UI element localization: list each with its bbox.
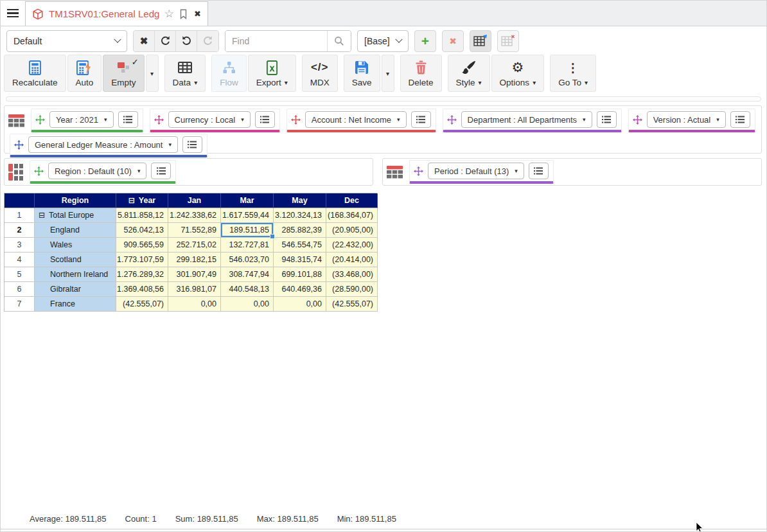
save-options-dropdown[interactable]: ▾	[382, 55, 394, 92]
remove-view-button[interactable]: ✖	[442, 30, 464, 52]
row-number[interactable]: 7	[4, 297, 35, 312]
data-menu-button[interactable]: Data▾	[164, 55, 206, 92]
ribbon-scrollbar[interactable]	[6, 96, 761, 102]
dimension-selector-account[interactable]: Account : Net Income▾	[305, 111, 407, 128]
auto-recalculate-button[interactable]: Auto	[67, 55, 102, 92]
collapse-icon[interactable]: ⊟	[39, 211, 45, 220]
dimension-selector-period[interactable]: Period : Default (13)▾	[428, 163, 524, 179]
grid-cell[interactable]: 252.715,02	[168, 238, 221, 253]
reset-view-button[interactable]: ✖	[134, 31, 155, 51]
grid-cell[interactable]: (33.468,00)	[326, 267, 378, 282]
options-button[interactable]: ⚙ Options▾	[491, 55, 545, 92]
column-header-region[interactable]: Region	[35, 193, 116, 208]
row-header-cell[interactable]: Scotland	[35, 253, 116, 267]
view-selector[interactable]: Default	[6, 30, 127, 52]
column-header-jan[interactable]: Jan	[168, 193, 221, 208]
dimension-selector-version[interactable]: Version : Actual▾	[647, 111, 726, 128]
grid-cell[interactable]: 0,00	[221, 297, 274, 312]
row-header-cell[interactable]: France	[35, 297, 116, 312]
move-icon[interactable]	[14, 140, 24, 150]
grid-mode-button[interactable]	[470, 30, 491, 52]
grid-cell[interactable]: 1.276.289,32	[116, 267, 168, 282]
subset-editor-icon[interactable]	[529, 163, 549, 179]
grid-cell[interactable]: 546.554,75	[274, 238, 326, 253]
style-button[interactable]: Style▾	[448, 55, 490, 92]
row-number[interactable]: 5	[4, 267, 35, 282]
dimension-selector-gl-measure[interactable]: General Ledger Measure : Amount▾	[28, 136, 178, 153]
grid-cell[interactable]: 1.773.107,59	[116, 253, 168, 267]
save-button[interactable]: Save	[344, 55, 380, 92]
grid-cell[interactable]: (42.555,07)	[116, 297, 168, 312]
column-header-mar[interactable]: Mar	[221, 193, 274, 208]
add-view-button[interactable]: +	[414, 30, 436, 52]
subset-editor-icon[interactable]	[151, 163, 171, 179]
refresh-button[interactable]	[155, 31, 176, 51]
grid-cell[interactable]: (22.432,00)	[326, 238, 378, 253]
mdx-button[interactable]: </> MDX	[302, 55, 338, 92]
row-header-cell[interactable]: England	[35, 223, 116, 238]
row-number[interactable]: 4	[4, 253, 35, 267]
grid-cell[interactable]: 301.907,49	[168, 267, 221, 282]
grid-cell[interactable]: 285.882,39	[274, 223, 326, 238]
grid-cell[interactable]: 71.552,89	[168, 223, 221, 238]
collapse-icon[interactable]: ⊟	[128, 196, 135, 205]
grid-cell[interactable]: 0,00	[168, 297, 221, 312]
tab-close-icon[interactable]: ✖	[194, 9, 201, 19]
redo-button[interactable]	[197, 31, 218, 51]
subset-editor-icon[interactable]	[730, 111, 750, 128]
grid-cell[interactable]: 546.023,70	[221, 253, 274, 267]
move-icon[interactable]	[447, 115, 457, 125]
grid-cell[interactable]: 640.469,36	[274, 282, 326, 297]
move-icon[interactable]	[35, 115, 45, 125]
grid-cell[interactable]: 699.101,88	[274, 267, 326, 282]
move-icon[interactable]	[633, 115, 642, 125]
flow-button[interactable]: Flow	[211, 55, 247, 92]
favorite-star-icon[interactable]: ☆	[164, 8, 174, 19]
move-icon[interactable]	[291, 115, 301, 125]
delete-button[interactable]: Delete	[400, 55, 442, 92]
row-number[interactable]: 3	[4, 238, 35, 253]
grid-cell[interactable]: (42.555,07)	[326, 297, 378, 312]
row-number[interactable]: 6	[4, 282, 35, 297]
dimension-selector-department[interactable]: Department : All Departments▾	[461, 111, 592, 128]
row-header-cell[interactable]: Gibraltar	[35, 282, 116, 297]
grid-cell[interactable]: 909.565,59	[116, 238, 168, 253]
grid-cell[interactable]: (28.590,00)	[326, 282, 378, 297]
grid-cell[interactable]: (20.414,00)	[326, 253, 378, 267]
subset-editor-icon[interactable]	[182, 136, 202, 153]
row-header-cell[interactable]: Wales	[35, 238, 116, 253]
grid-cell[interactable]: 948.315,74	[274, 253, 326, 267]
tab-general-ledger[interactable]: TM1SRV01:General Ledger ☆ ✖	[25, 1, 208, 26]
grid-cell[interactable]: 308.747,94	[221, 267, 274, 282]
dimension-selector-region[interactable]: Region : Default (10)▾	[48, 163, 146, 179]
grid-cell[interactable]: (20.905,00)	[326, 223, 378, 238]
grid-cell[interactable]: 132.727,81	[221, 238, 274, 253]
move-icon[interactable]	[414, 166, 423, 176]
dimension-selector-year[interactable]: Year : 2021▾	[49, 111, 114, 128]
grid-cell[interactable]: 5.811.858,12	[116, 208, 168, 223]
subset-editor-icon[interactable]	[411, 111, 431, 128]
grid-cell[interactable]: 299.182,15	[168, 253, 221, 267]
grid-cell[interactable]: 1.369.408,56	[116, 282, 168, 297]
subset-selector[interactable]: [Base]	[357, 30, 409, 52]
goto-button[interactable]: ⋮ Go To▾	[550, 55, 596, 92]
move-icon[interactable]	[34, 166, 44, 176]
corner-header-cell[interactable]	[4, 193, 35, 208]
row-header-cell[interactable]: ⊟Total Europe	[35, 208, 116, 223]
search-button[interactable]	[327, 31, 351, 51]
recalculate-button[interactable]: Recalculate	[4, 55, 66, 92]
find-input[interactable]	[225, 31, 327, 51]
grid-cell[interactable]: (168.364,07)	[326, 208, 378, 223]
column-header-may[interactable]: May	[274, 193, 326, 208]
empty-options-dropdown[interactable]: ▾	[146, 55, 159, 92]
menu-icon[interactable]	[1, 1, 25, 26]
column-header-dec[interactable]: Dec	[326, 193, 378, 208]
grid-cell[interactable]: 526.042,13	[116, 223, 168, 238]
undo-button[interactable]	[176, 31, 197, 51]
grid-cell[interactable]: 316.981,07	[168, 282, 221, 297]
row-number[interactable]: 2	[4, 223, 35, 238]
row-header-cell[interactable]: Northern Ireland	[35, 267, 116, 282]
subset-editor-icon[interactable]	[255, 111, 275, 128]
bookmark-icon[interactable]	[179, 9, 188, 19]
move-icon[interactable]	[154, 115, 164, 125]
